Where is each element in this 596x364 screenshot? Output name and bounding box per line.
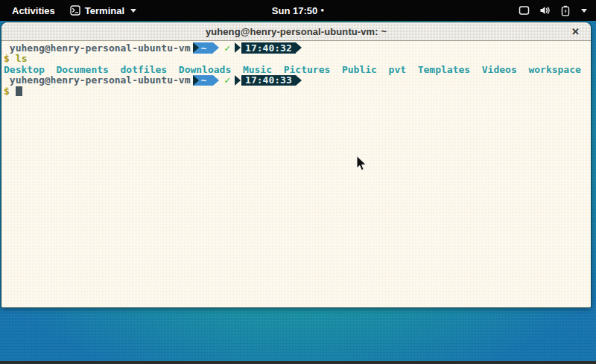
prompt-cwd: ~	[199, 42, 213, 54]
cwd-segment: ~	[193, 75, 213, 86]
powerline-arrow-icon	[296, 75, 302, 86]
mouse-pointer-icon	[356, 156, 367, 172]
close-button[interactable]: ✕	[571, 27, 580, 36]
powerline-arrow-icon	[235, 75, 241, 86]
input-line[interactable]: $	[4, 86, 589, 97]
prompt-dollar: $	[4, 53, 10, 64]
gnome-top-bar: Activities Terminal Sun 17:50 ●	[0, 0, 596, 21]
cwd-segment: ~	[193, 42, 213, 54]
display-icon	[519, 5, 530, 16]
status-check-icon: ✓	[224, 74, 230, 86]
powerline-arrow-icon	[213, 42, 219, 53]
powerline-arrow-icon	[235, 42, 241, 53]
terminal-block-cursor	[16, 86, 22, 96]
directory-list: Desktop Documents dotfiles Downloads Mus…	[4, 64, 581, 75]
status-check-icon: ✓	[224, 42, 230, 54]
screen-bottom-edge	[0, 361, 596, 364]
window-titlebar[interactable]: yuheng@henry-personal-ubuntu-vm: ~ ✕	[1, 22, 591, 41]
powerline-arrow-icon	[193, 42, 199, 53]
activities-button[interactable]: Activities	[9, 4, 58, 18]
command-line-ls: $ ls	[4, 54, 589, 65]
powerline-arrow-icon	[193, 75, 199, 86]
window-title: yuheng@henry-personal-ubuntu-vm: ~	[206, 26, 387, 37]
typed-command: ls	[16, 53, 28, 64]
powerline-arrow-icon	[213, 75, 219, 86]
volume-icon	[539, 5, 551, 16]
battery-charging-icon	[561, 5, 570, 16]
prompt-dollar: $	[4, 86, 10, 97]
terminal-content[interactable]: yuheng@henry-personal-ubuntu-vm ~ ✓ 17:4…	[1, 41, 591, 307]
prompt-user-host: yuheng@henry-personal-ubuntu-vm	[4, 42, 190, 54]
notification-dot-icon: ●	[320, 7, 324, 13]
prompt-user-host: yuheng@henry-personal-ubuntu-vm	[4, 74, 190, 86]
terminal-window: yuheng@henry-personal-ubuntu-vm: ~ ✕ yuh…	[1, 22, 591, 307]
ls-output-line: Desktop Documents dotfiles Downloads Mus…	[4, 64, 589, 75]
app-menu-label: Terminal	[85, 5, 124, 16]
app-menu-terminal[interactable]: Terminal	[70, 5, 136, 16]
prompt-time: 17:40:32	[241, 42, 296, 54]
prompt-line-1: yuheng@henry-personal-ubuntu-vm ~ ✓ 17:4…	[4, 42, 589, 54]
terminal-icon	[70, 5, 80, 16]
time-segment: 17:40:32	[241, 42, 296, 54]
system-menu-chevron-icon	[581, 9, 587, 13]
clock-label: Sun 17:50	[272, 5, 317, 16]
powerline-arrow-icon	[296, 42, 302, 53]
clock-button[interactable]: Sun 17:50 ●	[272, 5, 324, 16]
prompt-cwd: ~	[199, 74, 213, 86]
prompt-time: 17:40:33	[241, 74, 296, 86]
time-segment: 17:40:33	[241, 75, 296, 86]
system-status-area[interactable]	[519, 5, 596, 16]
prompt-line-2: yuheng@henry-personal-ubuntu-vm ~ ✓ 17:4…	[4, 75, 589, 86]
chevron-down-icon	[130, 9, 136, 13]
